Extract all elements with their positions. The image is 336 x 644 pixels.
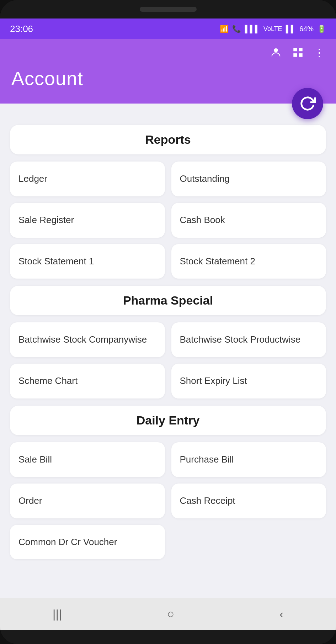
sale-register-button[interactable]: Sale Register — [10, 203, 165, 238]
cash-book-button[interactable]: Cash Book — [171, 203, 326, 238]
batchwise-stock-productwise-button[interactable]: Batchwise Stock Productwise — [171, 322, 326, 357]
ledger-button[interactable]: Ledger — [10, 162, 165, 196]
short-expiry-list-button[interactable]: Short Expiry List — [171, 364, 326, 398]
pharma-special-title: Pharma Special — [123, 294, 213, 307]
daily-entry-section-header: Daily Entry — [10, 406, 326, 435]
status-icons: 📶 📞 ▌▌▌ VoLTE ▌▌ 64% 🔋 — [220, 25, 326, 33]
reports-grid: Ledger Outstanding Sale Register Cash Bo… — [10, 162, 326, 279]
daily-entry-grid: Sale Bill Purchase Bill Order Cash Recei… — [10, 442, 326, 559]
volte-icon: VoLTE — [263, 25, 282, 33]
order-button[interactable]: Order — [10, 484, 165, 518]
purchase-bill-button[interactable]: Purchase Bill — [171, 442, 326, 477]
call-icon: 📞 — [232, 25, 241, 33]
profile-icon[interactable] — [270, 46, 282, 61]
header-icons: ⋮ — [11, 46, 325, 61]
more-options-icon[interactable]: ⋮ — [314, 46, 325, 61]
back-icon[interactable]: ‹ — [269, 603, 294, 624]
scheme-chart-button[interactable]: Scheme Chart — [10, 364, 165, 398]
recent-apps-icon[interactable]: ||| — [42, 603, 73, 624]
cash-receipt-button[interactable]: Cash Receipt — [171, 484, 326, 518]
app-header: ⋮ Account — [0, 39, 336, 104]
svg-rect-3 — [293, 53, 297, 57]
svg-rect-4 — [299, 53, 303, 57]
common-dr-cr-voucher-button[interactable]: Common Dr Cr Voucher — [10, 525, 165, 560]
pharma-special-section-header: Pharma Special — [10, 286, 326, 315]
home-icon[interactable]: ○ — [156, 603, 185, 624]
batchwise-stock-companywise-button[interactable]: Batchwise Stock Companywise — [10, 322, 165, 357]
phone-frame: 23:06 📶 📞 ▌▌▌ VoLTE ▌▌ 64% 🔋 ⋮ Account — [0, 0, 336, 644]
app-title: Account — [11, 67, 325, 89]
signal2-icon: ▌▌ — [286, 25, 296, 33]
building-icon[interactable] — [292, 46, 304, 61]
battery-icon: 🔋 — [317, 25, 326, 33]
stock-statement-2-button[interactable]: Stock Statement 2 — [171, 244, 326, 279]
main-content: Reports Ledger Outstanding Sale Register… — [0, 104, 336, 598]
bottom-nav: ||| ○ ‹ — [0, 598, 336, 630]
bottom-bezel — [0, 630, 336, 644]
wifi-icon: 📶 — [220, 25, 229, 33]
stock-statement-1-button[interactable]: Stock Statement 1 — [10, 244, 165, 279]
sale-bill-button[interactable]: Sale Bill — [10, 442, 165, 477]
battery-indicator: 64% — [299, 25, 314, 33]
reports-section-header: Reports — [10, 125, 326, 154]
svg-point-0 — [274, 48, 278, 52]
svg-rect-2 — [299, 48, 303, 51]
svg-rect-1 — [293, 48, 297, 51]
refresh-fab[interactable] — [292, 88, 323, 119]
signal-icon: ▌▌▌ — [245, 25, 260, 33]
top-bezel — [0, 0, 336, 19]
daily-entry-title: Daily Entry — [137, 413, 200, 427]
pharma-special-grid: Batchwise Stock Companywise Batchwise St… — [10, 322, 326, 398]
status-time: 23:06 — [10, 23, 33, 35]
reports-title: Reports — [145, 133, 191, 146]
speaker — [140, 7, 197, 12]
outstanding-button[interactable]: Outstanding — [171, 162, 326, 196]
status-bar: 23:06 📶 📞 ▌▌▌ VoLTE ▌▌ 64% 🔋 — [0, 19, 336, 39]
